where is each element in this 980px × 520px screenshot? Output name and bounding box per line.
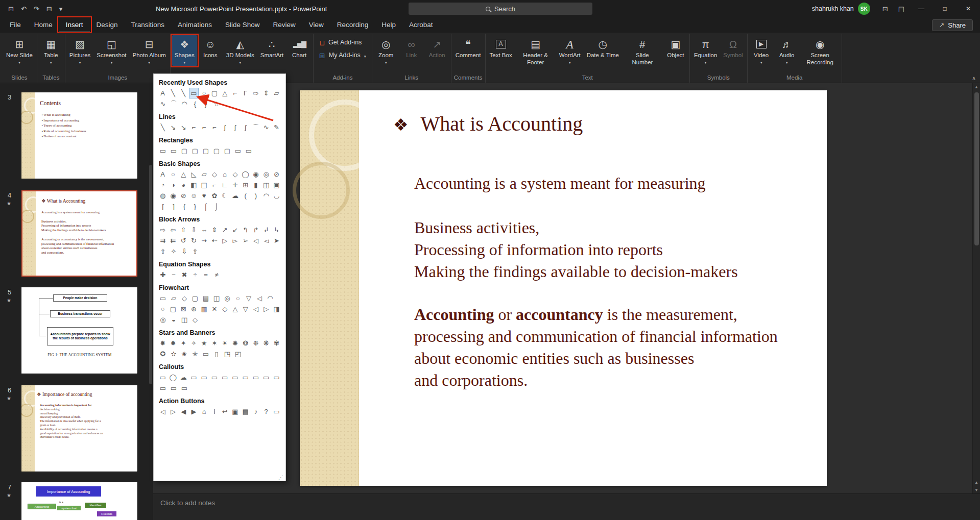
undo-button[interactable]: ↶ — [18, 4, 30, 14]
thumbnail-scrollbar[interactable] — [149, 165, 152, 384]
3d-models-button[interactable]: ◭3D Models▾ — [224, 35, 257, 66]
shape-icon[interactable]: ◇ — [190, 315, 200, 325]
shape-icon[interactable]: i — [210, 407, 219, 416]
object-button[interactable]: ▣Object — [663, 35, 688, 60]
shape-icon[interactable]: ▶ — [189, 407, 198, 416]
zoom-button[interactable]: ◎Zoom▾ — [374, 35, 398, 66]
shape-icon[interactable]: ▤ — [241, 407, 250, 416]
shape-icon[interactable]: ✕ — [210, 304, 219, 314]
shape-icon[interactable]: ⊞ — [241, 180, 250, 190]
tab-home[interactable]: Home — [28, 18, 59, 33]
shape-icon[interactable]: ◔ — [158, 180, 167, 190]
shape-icon[interactable]: ▮ — [251, 180, 260, 190]
shape-icon[interactable]: ◠ — [262, 191, 271, 201]
shape-icon[interactable]: ▭ — [244, 146, 253, 156]
shape-icon[interactable]: ➢ — [241, 236, 250, 245]
shape-icon[interactable]: ◁ — [251, 304, 260, 314]
shape-icon[interactable]: ▥ — [200, 304, 208, 314]
shape-icon[interactable]: ✹ — [169, 338, 177, 348]
shape-icon[interactable]: ⌐ — [231, 88, 240, 98]
shape-icon[interactable]: ◇ — [180, 293, 189, 303]
tab-help[interactable]: Help — [375, 18, 402, 33]
shape-icon[interactable]: △ — [231, 304, 240, 314]
tab-file[interactable]: File — [3, 18, 28, 33]
shape-icon[interactable]: ▢ — [210, 88, 219, 98]
shape-icon[interactable]: ⇪ — [190, 246, 200, 256]
slide-body[interactable]: Accounting is a system meant for measuri… — [414, 162, 811, 391]
header-footer-button[interactable]: ▤Header & Footer — [516, 35, 556, 67]
shape-icon[interactable]: ❉ — [251, 338, 260, 348]
shape-icon[interactable]: ) — [251, 191, 260, 201]
shape-icon[interactable]: ✸ — [158, 338, 167, 348]
shape-icon[interactable]: ↲ — [262, 225, 271, 235]
shape-icon[interactable]: ▭ — [210, 373, 219, 382]
tab-transitions[interactable]: Transitions — [125, 18, 172, 33]
presenter-icon[interactable]: ⊡ — [877, 5, 893, 13]
shape-icon[interactable]: ⇠ — [210, 236, 219, 245]
shape-icon[interactable]: ○ — [200, 88, 208, 98]
shape-icon[interactable]: ○ — [158, 304, 167, 314]
shape-icon[interactable]: ✴ — [221, 338, 229, 348]
table-button[interactable]: ▦Table▾ — [39, 35, 63, 66]
menu-resize-handle[interactable]: ⋰ — [278, 475, 283, 480]
shape-icon[interactable]: ◎ — [158, 315, 168, 325]
shape-icon[interactable]: ◫ — [262, 180, 271, 190]
slide-thumbnail-7[interactable]: Importance of Accounting Accounting is a… — [21, 482, 137, 520]
shape-icon[interactable]: △ — [179, 169, 188, 179]
shape-icon[interactable]: ◑ — [169, 180, 177, 190]
user-avatar[interactable]: SK — [858, 3, 870, 15]
customize-quick-access-toolbar-button[interactable]: ▾ — [56, 4, 66, 14]
shape-icon[interactable]: ↰ — [241, 225, 250, 235]
close-button[interactable]: ✕ — [957, 0, 980, 17]
shape-icon[interactable]: ☁ — [179, 373, 188, 382]
text-box-button[interactable]: AText Box — [487, 35, 515, 60]
shape-icon[interactable]: ▭ — [158, 293, 168, 303]
shape-icon[interactable]: ⊠ — [179, 304, 188, 314]
slide-paragraph[interactable]: Business activities,Processing of inform… — [414, 217, 811, 283]
notes-pane[interactable]: Click to add notes — [153, 493, 980, 520]
slide-number-button[interactable]: #Slide Number — [623, 35, 662, 67]
slide-thumbnail-5[interactable]: People make decision Business transactio… — [21, 287, 137, 374]
shape-icon[interactable]: ✾ — [272, 338, 281, 348]
shape-icon[interactable]: ʃ — [221, 122, 229, 132]
shape-icon[interactable]: ◁ — [255, 293, 264, 303]
smartart-button[interactable]: ∴SmartArt — [258, 35, 286, 60]
shape-icon[interactable]: ◁ — [251, 236, 260, 245]
tab-insert[interactable]: Insert — [59, 18, 90, 33]
shape-icon[interactable]: ⇕ — [262, 88, 271, 98]
shape-icon[interactable]: ◒ — [169, 315, 178, 325]
shape-icon[interactable]: ⌐ — [210, 122, 219, 132]
shape-icon[interactable]: ▷ — [262, 304, 271, 314]
shape-icon[interactable]: ◰ — [233, 349, 243, 359]
shape-icon[interactable]: ◫ — [212, 293, 221, 303]
shape-icon[interactable]: ✿ — [210, 191, 219, 201]
chart-button[interactable]: ▂▅▇Chart — [287, 35, 312, 60]
tab-design[interactable]: Design — [90, 18, 125, 33]
shape-icon[interactable]: ∿ — [262, 122, 271, 132]
shape-icon[interactable]: ⇢ — [200, 236, 208, 245]
shape-icon[interactable]: ▭ — [241, 373, 250, 382]
scroll-up-icon[interactable]: ▲ — [973, 83, 980, 91]
shape-icon[interactable]: ↺ — [179, 236, 188, 245]
shape-icon[interactable]: ◇ — [231, 169, 240, 179]
shape-icon[interactable]: ⊘ — [272, 169, 281, 179]
shape-icon[interactable]: ▭ — [169, 146, 178, 156]
shape-icon[interactable]: △ — [221, 88, 229, 98]
shape-icon[interactable]: ⊕ — [189, 304, 198, 314]
shape-icon[interactable]: ↱ — [251, 225, 260, 235]
shape-icon[interactable]: ▢ — [190, 293, 200, 303]
shape-icon[interactable]: ▭ — [158, 373, 167, 382]
shape-icon[interactable]: ⇉ — [158, 236, 167, 245]
slide-paragraph[interactable]: Accounting is a system meant for measuri… — [414, 172, 811, 194]
shape-icon[interactable]: ▣ — [231, 407, 240, 416]
shape-icon[interactable]: ▤ — [200, 180, 208, 190]
shape-icon[interactable]: ✛ — [231, 180, 240, 190]
next-slide-button[interactable]: ▼ — [974, 488, 978, 492]
vertical-scrollbar[interactable]: ▲ ▲ ▼ — [972, 83, 980, 493]
shape-icon[interactable]: ▱ — [272, 88, 281, 98]
tab-slide-show[interactable]: Slide Show — [219, 18, 267, 33]
get-add-ins-button[interactable]: ⊔Get Add-ins — [315, 38, 366, 48]
shape-icon[interactable]: ✎ — [272, 122, 281, 132]
shape-icon[interactable]: ▯ — [212, 349, 221, 359]
slide-title[interactable]: ❖ What is Accounting — [393, 112, 583, 136]
